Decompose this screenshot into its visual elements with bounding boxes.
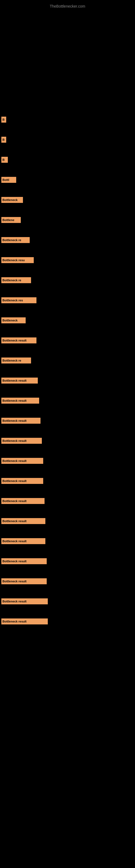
bar-row: Bottleneck result — [1, 438, 135, 444]
bar-row: Bottleneck result — [1, 458, 135, 464]
bar-row: Bottleneck result — [1, 498, 135, 504]
bar-5: Bottleneck — [1, 197, 23, 203]
bar-label-8: Bottleneck resu — [2, 258, 25, 262]
bar-label-10: Bottleneck res — [2, 299, 23, 302]
bar-22: Bottleneck result — [1, 538, 45, 544]
bar-6: Bottlene — [1, 217, 21, 223]
bar-19: Bottleneck result — [1, 478, 43, 484]
bar-label-23: Bottleneck result — [2, 560, 27, 563]
bar-label-20: Bottleneck result — [2, 499, 27, 503]
bar-25: Bottleneck result — [1, 598, 48, 604]
bar-21: Bottleneck result — [1, 518, 45, 524]
bar-row: Bottleneck re — [1, 237, 135, 243]
bar-label-19: Bottleneck result — [2, 479, 27, 483]
bar-label-2: B — [2, 138, 5, 141]
bar-row: B — [1, 137, 135, 143]
bar-row: Bottlene — [1, 217, 135, 223]
bar-row: Bottleneck result — [1, 618, 135, 624]
bar-row: Bottl — [1, 177, 135, 183]
bar-label-22: Bottleneck result — [2, 539, 27, 543]
bar-row: Bottleneck result — [1, 598, 135, 604]
bar-row: Bottleneck result — [1, 478, 135, 484]
bar-16: Bottleneck result — [1, 418, 41, 424]
bar-12: Bottleneck result — [1, 337, 37, 343]
bar-10: Bottleneck res — [1, 297, 37, 303]
bar-label-15: Bottleneck result — [2, 399, 27, 402]
bar-row: Bottleneck re — [1, 277, 135, 283]
bar-18: Bottleneck result — [1, 458, 43, 464]
bar-4: Bottl — [1, 177, 16, 183]
bar-label-16: Bottleneck result — [2, 419, 27, 422]
bar-1: B — [1, 117, 6, 123]
bar-label-13: Bottleneck re — [2, 359, 21, 362]
bar-label-12: Bottleneck result — [2, 339, 27, 342]
bar-23: Bottleneck result — [1, 558, 47, 564]
bar-row: Bottleneck — [1, 197, 135, 203]
bar-label-17: Bottleneck result — [2, 439, 27, 442]
bar-row: Bottleneck result — [1, 578, 135, 584]
site-title: TheBottlenecker.com — [0, 1, 135, 11]
bar-label-24: Bottleneck result — [2, 580, 27, 583]
bar-7: Bottleneck re — [1, 237, 30, 243]
bar-row: Bottleneck result — [1, 418, 135, 424]
bar-14: Bottleneck result — [1, 378, 38, 383]
bar-row: Bottleneck result — [1, 398, 135, 404]
bar-20: Bottleneck result — [1, 498, 45, 504]
bar-label-18: Bottleneck result — [2, 459, 27, 463]
bar-2: B — [1, 137, 6, 143]
bar-label-14: Bottleneck result — [2, 379, 27, 382]
bar-row: Bottleneck result — [1, 378, 135, 383]
bar-label-25: Bottleneck result — [2, 600, 27, 603]
bar-label-1: B — [2, 118, 5, 121]
site-title-text: TheBottlenecker.com — [50, 4, 85, 8]
bar-13: Bottleneck re — [1, 358, 31, 364]
bar-9: Bottleneck re — [1, 277, 31, 283]
bar-8: Bottleneck resu — [1, 257, 34, 263]
bar-row: Bottleneck result — [1, 558, 135, 564]
bar-row: Bottleneck res — [1, 297, 135, 303]
bars-container: BBBBottlBottleneckBottleneBottleneck reB… — [0, 117, 135, 624]
bar-row: Bottleneck — [1, 317, 135, 323]
bar-24: Bottleneck result — [1, 578, 47, 584]
bar-label-5: Bottleneck — [2, 198, 17, 202]
bar-17: Bottleneck result — [1, 438, 42, 444]
bar-row: B — [1, 117, 135, 123]
bar-label-26: Bottleneck result — [2, 620, 27, 623]
bar-row: Bottleneck result — [1, 518, 135, 524]
bar-row: Bottleneck re — [1, 358, 135, 364]
bar-label-7: Bottleneck re — [2, 239, 21, 242]
bar-row: Bottleneck resu — [1, 257, 135, 263]
bar-row: Bottleneck result — [1, 337, 135, 343]
bar-label-21: Bottleneck result — [2, 520, 27, 523]
bar-label-9: Bottleneck re — [2, 279, 21, 282]
bar-label-4: Bottl — [2, 178, 9, 182]
bar-label-6: Bottlene — [2, 218, 14, 222]
bar-label-3: B — [2, 158, 5, 161]
bar-26: Bottleneck result — [1, 618, 48, 624]
bar-11: Bottleneck — [1, 317, 26, 323]
bar-label-11: Bottleneck — [2, 319, 17, 322]
bar-3: B — [1, 157, 8, 163]
bar-row: Bottleneck result — [1, 538, 135, 544]
bar-15: Bottleneck result — [1, 398, 39, 404]
bar-row: B — [1, 157, 135, 163]
